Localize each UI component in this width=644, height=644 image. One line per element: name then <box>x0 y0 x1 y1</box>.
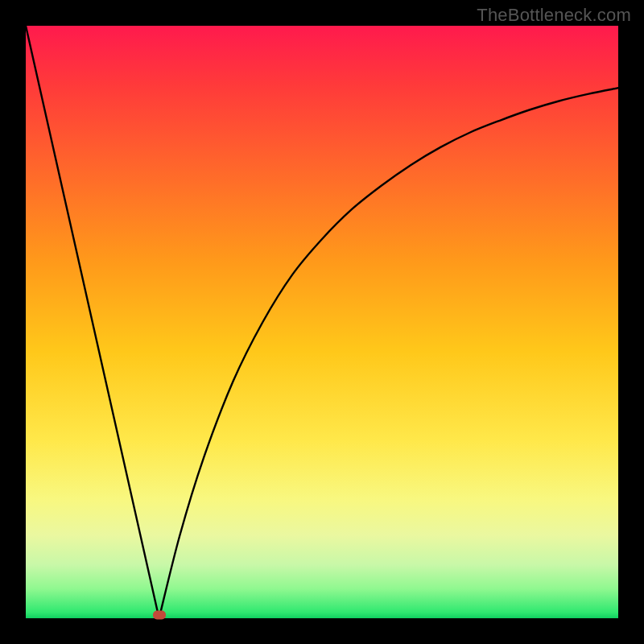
chart-frame: TheBottleneck.com <box>0 0 644 644</box>
plot-area <box>26 26 618 618</box>
watermark-text: TheBottleneck.com <box>477 5 631 26</box>
curve-right-branch <box>159 88 618 618</box>
curve-svg <box>26 26 618 618</box>
minimum-marker <box>153 610 166 619</box>
curve-left-branch <box>26 26 159 618</box>
